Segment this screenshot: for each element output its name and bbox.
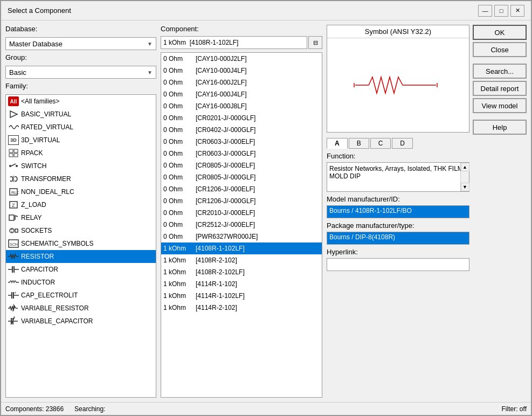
search-button[interactable]: Search... xyxy=(473,64,527,79)
component-item-9[interactable]: 0 Ohm[CR0805-J/-000ELF] xyxy=(161,160,322,171)
detail-report-button[interactable]: Detail report xyxy=(473,81,527,96)
family-name-switch: SWITCH xyxy=(21,162,46,170)
comp-value-10: 0 Ohm xyxy=(163,174,196,181)
component-item-16[interactable]: 1 kOhm[4108R-1-102LF] xyxy=(161,242,322,254)
comp-value-2: 0 Ohm xyxy=(163,79,196,86)
component-item-20[interactable]: 1 kOhm[4114R-1-102LF] xyxy=(161,290,322,302)
database-value: Master Database xyxy=(9,40,63,48)
tab-a[interactable]: A xyxy=(327,138,348,149)
component-item-10[interactable]: 0 Ohm[CR0805-J/-000GLF] xyxy=(161,171,322,183)
ok-button[interactable]: OK xyxy=(473,25,527,40)
family-item-resistor[interactable]: RESISTOR xyxy=(6,250,156,263)
component-item-18[interactable]: 1 kOhm[4108R-2-102LF] xyxy=(161,266,322,278)
svg-point-5 xyxy=(9,165,11,167)
scroll-up-arrow[interactable]: ▲ xyxy=(461,163,469,171)
comp-name-11: [CR1206-J/-000ELF] xyxy=(196,185,320,193)
tab-c[interactable]: C xyxy=(370,138,391,149)
family-icon-switch xyxy=(8,161,19,171)
component-item-19[interactable]: 1 kOhm[4114R-1-102] xyxy=(161,278,322,290)
family-item-z_load[interactable]: ZZ_LOAD xyxy=(6,198,156,211)
comp-value-19: 1 kOhm xyxy=(163,280,196,288)
function-text-content: Resistor Networks, Arrays, Isolated, THK… xyxy=(329,165,463,180)
family-item-transformer[interactable]: TRANSFORMER xyxy=(6,172,156,185)
tab-b[interactable]: B xyxy=(349,138,369,149)
family-icon-basic_virtual xyxy=(8,109,19,119)
maximize-button[interactable]: □ xyxy=(494,5,508,17)
family-name-basic_virtual: BASIC_VIRTUAL xyxy=(21,110,71,118)
family-label: Family: xyxy=(5,82,156,90)
family-item-3d_virtual[interactable]: 3D3D_VIRTUAL xyxy=(6,134,156,147)
family-item-sockets[interactable]: SOCKETS xyxy=(6,224,156,237)
svg-marker-38 xyxy=(13,304,14,305)
help-button[interactable]: Help xyxy=(473,120,527,135)
comp-name-8: [CR0603-J/-000GLF] xyxy=(196,150,320,157)
tab-d[interactable]: D xyxy=(392,138,413,149)
component-item-12[interactable]: 0 Ohm[CR1206-J/-000GLF] xyxy=(161,195,322,207)
family-icon-schematic: SCH xyxy=(8,239,19,248)
family-name-capacitor: CAPACITOR xyxy=(21,266,58,273)
resistor-svg xyxy=(350,69,447,101)
family-item-capacitor[interactable]: CAPACITOR xyxy=(6,263,156,276)
window-close-button[interactable]: ✕ xyxy=(510,5,524,17)
scroll-down-arrow[interactable]: ▼ xyxy=(461,183,469,191)
view-model-button[interactable]: View model xyxy=(473,98,527,113)
symbol-panel: Symbol (ANSI Y32.2) xyxy=(327,25,469,133)
component-item-21[interactable]: 1 kOhm[4114R-2-102] xyxy=(161,302,322,314)
family-item-basic_virtual[interactable]: BASIC_VIRTUAL xyxy=(6,108,156,121)
family-item-non_ideal_rlc[interactable]: RLCNON_IDEAL_RLC xyxy=(6,185,156,198)
component-item-5[interactable]: 0 Ohm[CR0201-J/-000GLF] xyxy=(161,112,322,124)
component-item-14[interactable]: 0 Ohm[CR2512-J/-000ELF] xyxy=(161,219,322,231)
model-manufacturer-label: Model manufacturer/ID: xyxy=(327,195,469,203)
main-window: Select a Component — □ ✕ Database: Maste… xyxy=(0,0,532,416)
family-icon-z_load: Z xyxy=(8,200,19,210)
close-button[interactable]: Close xyxy=(473,42,527,57)
family-item-switch[interactable]: SWITCH xyxy=(6,160,156,172)
family-item-inductor[interactable]: INDUCTOR xyxy=(6,276,156,289)
component-item-3[interactable]: 0 Ohm[CAY16-000J4LF] xyxy=(161,88,322,100)
window-title: Select a Component xyxy=(8,6,71,15)
component-item-4[interactable]: 0 Ohm[CAY16-000J8LF] xyxy=(161,100,322,112)
comp-value-20: 1 kOhm xyxy=(163,292,196,300)
family-name-sockets: SOCKETS xyxy=(21,227,52,234)
component-item-2[interactable]: 0 Ohm[CAY16-000J2LF] xyxy=(161,77,322,88)
svg-line-6 xyxy=(11,164,16,166)
component-item-0[interactable]: 0 Ohm[CAY10-000J2LF] xyxy=(161,53,322,65)
family-item-cap_electrolit[interactable]: +CAP_ELECTROLIT xyxy=(6,289,156,302)
component-item-15[interactable]: 0 Ohm[PWR6327WR000JE] xyxy=(161,231,322,242)
component-list[interactable]: 0 Ohm[CAY10-000J2LF]0 Ohm[CAY10-000J4LF]… xyxy=(161,52,322,398)
family-item-rpack[interactable]: RPACK xyxy=(6,147,156,160)
family-item-rated_virtual[interactable]: RATED_VIRTUAL xyxy=(6,121,156,134)
component-item-8[interactable]: 0 Ohm[CR0603-J/-000GLF] xyxy=(161,148,322,160)
component-item-13[interactable]: 0 Ohm[CR2010-J/-000ELF] xyxy=(161,207,322,219)
family-name-non_ideal_rlc: NON_IDEAL_RLC xyxy=(21,188,74,196)
component-item-6[interactable]: 0 Ohm[CR0402-J/-000GLF] xyxy=(161,124,322,136)
database-label: Database: xyxy=(5,25,156,33)
family-name-variable_capacitor: VARIABLE_CAPACITOR xyxy=(21,317,93,325)
svg-point-7 xyxy=(16,165,18,167)
family-name-relay: RELAY xyxy=(21,214,42,221)
group-dropdown[interactable]: Basic ▼ xyxy=(5,66,156,79)
component-item-1[interactable]: 0 Ohm[CAY10-000J4LF] xyxy=(161,65,322,77)
status-searching: Searching: xyxy=(74,405,105,413)
component-item-17[interactable]: 1 kOhm[4108R-2-102] xyxy=(161,254,322,266)
family-icon-rpack xyxy=(8,148,19,158)
model-manufacturer-section: Model manufacturer/ID: Bourns / 4108R-1-… xyxy=(327,195,469,218)
database-dropdown[interactable]: Master Database ▼ xyxy=(5,37,156,50)
minimize-button[interactable]: — xyxy=(478,5,492,17)
comp-value-11: 0 Ohm xyxy=(163,185,196,193)
component-input[interactable] xyxy=(161,36,307,49)
family-item-schematic[interactable]: SCHSCHEMATIC_SYMBOLS xyxy=(6,237,156,250)
function-scrollbar: ▲ ▼ xyxy=(460,163,469,191)
family-item-variable_capacitor[interactable]: VARIABLE_CAPACITOR xyxy=(6,315,156,328)
comp-name-18: [4108R-2-102LF] xyxy=(196,268,320,276)
family-name-rpack: RPACK xyxy=(21,149,43,157)
component-item-7[interactable]: 0 Ohm[CR0603-J/-000ELF] xyxy=(161,136,322,148)
component-item-11[interactable]: 0 Ohm[CR1206-J/-000ELF] xyxy=(161,183,322,195)
family-item-variable_resistor[interactable]: VARIABLE_RESISTOR xyxy=(6,302,156,315)
group-dropdown-arrow: ▼ xyxy=(147,70,153,75)
family-item-relay[interactable]: RELAY xyxy=(6,211,156,224)
filter-button[interactable]: ⊟ xyxy=(308,36,322,49)
family-item-all[interactable]: All<All families> xyxy=(6,95,156,108)
function-label: Function: xyxy=(327,152,469,160)
package-manufacturer-label: Package manufacturer/type: xyxy=(327,221,469,230)
